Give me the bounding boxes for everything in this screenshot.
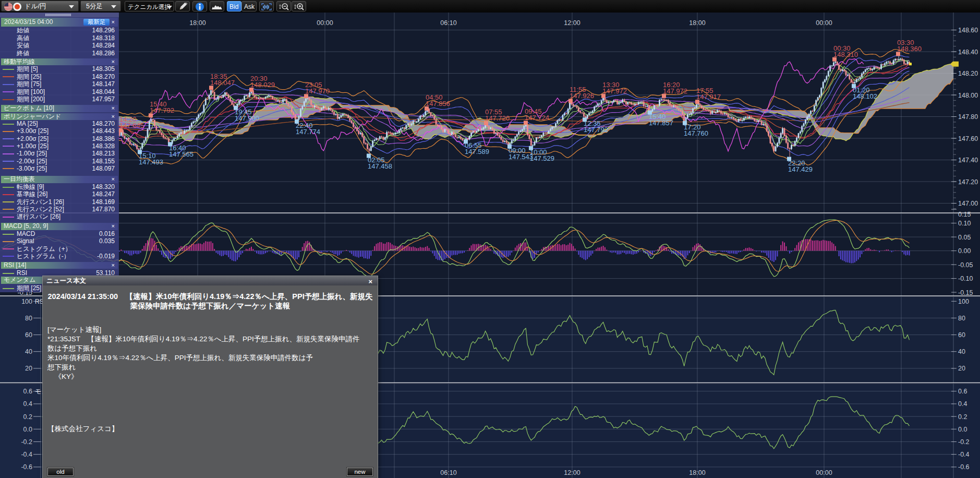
svg-text:0.6: 0.6 — [23, 388, 32, 395]
svg-text:-0.10: -0.10 — [958, 275, 973, 282]
svg-text:-0.6: -0.6 — [21, 463, 32, 471]
svg-text:-0.4: -0.4 — [21, 451, 32, 458]
svg-text:80: 80 — [25, 315, 32, 322]
svg-text:148.047: 148.047 — [210, 79, 235, 87]
svg-text:147.20: 147.20 — [958, 178, 978, 186]
svg-text:60: 60 — [25, 331, 32, 339]
svg-text:18:00: 18:00 — [189, 19, 205, 27]
svg-text:147.724: 147.724 — [525, 114, 549, 122]
svg-text:0.2: 0.2 — [23, 413, 32, 421]
svg-text:147.60: 147.60 — [958, 135, 978, 142]
svg-text:147.857: 147.857 — [649, 119, 673, 127]
svg-text:148.360: 148.360 — [897, 45, 922, 53]
svg-text:147.856: 147.856 — [426, 100, 450, 107]
svg-text:60: 60 — [958, 331, 965, 339]
svg-text:100: 100 — [21, 298, 32, 305]
svg-text:0.15: 0.15 — [958, 211, 971, 218]
svg-text:0.10: 0.10 — [958, 220, 971, 227]
svg-text:147.900: 147.900 — [235, 114, 259, 122]
svg-text:147.458: 147.458 — [368, 162, 392, 170]
svg-text:147.80: 147.80 — [958, 113, 978, 121]
svg-text:80: 80 — [958, 315, 965, 322]
svg-text:-0.2: -0.2 — [958, 438, 970, 446]
svg-text:147.926: 147.926 — [570, 92, 594, 100]
svg-text:-0.4: -0.4 — [958, 451, 970, 458]
svg-text:148.310: 148.310 — [833, 51, 858, 58]
svg-text:147.645: 147.645 — [119, 122, 144, 129]
svg-text:147.565: 147.565 — [169, 150, 193, 158]
svg-text:147.529: 147.529 — [530, 154, 554, 162]
svg-text:148.029: 148.029 — [250, 81, 275, 89]
svg-text:0.00: 0.00 — [958, 247, 971, 255]
svg-text:18:00: 18:00 — [689, 19, 705, 27]
svg-text:147.917: 147.917 — [696, 93, 721, 101]
svg-text:100: 100 — [958, 298, 969, 305]
svg-text:00:00: 00:00 — [816, 19, 832, 27]
svg-text:0.0: 0.0 — [23, 426, 32, 433]
svg-text:0.4: 0.4 — [23, 400, 32, 408]
svg-text:-0.15: -0.15 — [958, 289, 973, 296]
svg-text:0.05: 0.05 — [958, 234, 971, 241]
svg-text:147.970: 147.970 — [305, 87, 330, 95]
svg-text:00:00: 00:00 — [317, 19, 333, 27]
svg-text:06:10: 06:10 — [440, 469, 456, 476]
svg-text:18:00: 18:00 — [689, 469, 705, 476]
svg-text:147.00: 147.00 — [958, 200, 978, 207]
svg-text:147.972: 147.972 — [602, 87, 627, 95]
svg-text:147.493: 147.493 — [139, 158, 163, 166]
svg-text:12:00: 12:00 — [564, 19, 580, 27]
svg-text:147.792: 147.792 — [150, 106, 174, 114]
svg-text:-0.2: -0.2 — [21, 438, 32, 446]
svg-text:12:00: 12:00 — [564, 469, 580, 476]
svg-text:148.60: 148.60 — [958, 27, 978, 34]
svg-text:0.4: 0.4 — [958, 400, 967, 408]
svg-text:147.429: 147.429 — [788, 165, 813, 173]
svg-text:148.20: 148.20 — [958, 70, 978, 77]
svg-text:147.543: 147.543 — [509, 153, 533, 161]
svg-text:40: 40 — [25, 348, 32, 355]
svg-text:40: 40 — [958, 348, 965, 355]
svg-text:148.40: 148.40 — [958, 49, 978, 56]
svg-text:147.40: 147.40 — [958, 157, 978, 164]
svg-text:0.6: 0.6 — [958, 388, 967, 395]
svg-text:148.00: 148.00 — [958, 92, 978, 99]
svg-text:06:10: 06:10 — [440, 19, 456, 27]
svg-text:20: 20 — [25, 365, 32, 372]
svg-text:147.589: 147.589 — [465, 148, 489, 156]
svg-text:-0.05: -0.05 — [958, 261, 973, 269]
svg-text:147.792: 147.792 — [584, 126, 608, 134]
svg-text:147.760: 147.760 — [684, 129, 708, 137]
svg-text:-0.6: -0.6 — [958, 463, 970, 471]
svg-text:147.972: 147.972 — [663, 87, 687, 95]
svg-text:147.774: 147.774 — [296, 128, 320, 136]
svg-text:00:00: 00:00 — [816, 469, 832, 476]
svg-text:20: 20 — [958, 365, 965, 372]
svg-text:148.102: 148.102 — [853, 92, 877, 100]
svg-text:0.2: 0.2 — [958, 413, 967, 421]
svg-text:147.720: 147.720 — [485, 114, 510, 122]
svg-text:0.0: 0.0 — [958, 426, 967, 433]
